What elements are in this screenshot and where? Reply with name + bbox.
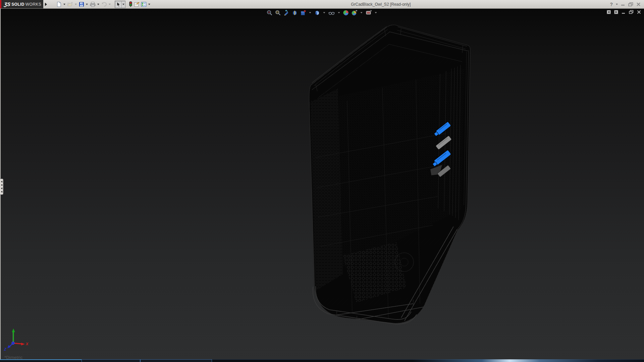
options-checklist-button[interactable] <box>140 1 147 8</box>
orientation-triad: X Z <box>0 324 37 351</box>
edit-appearance-icon <box>343 10 349 16</box>
tower-model <box>309 25 470 324</box>
collapse-arrow-icon <box>1 181 2 183</box>
solidworks-logo: ƷS SOLIDWORKS <box>0 0 43 8</box>
zoom-to-fit-button[interactable] <box>266 9 273 16</box>
previous-view-icon <box>283 10 289 16</box>
undo-dropdown[interactable] <box>109 4 111 5</box>
stoplight-button[interactable] <box>128 1 133 8</box>
view-settings-icon <box>366 10 372 16</box>
minimize-button[interactable] <box>621 2 625 6</box>
dock-left-button[interactable] <box>607 10 611 14</box>
menu-flyout-arrow[interactable] <box>43 0 48 8</box>
zoom-to-area-icon <box>275 10 281 16</box>
select-cursor-icon <box>116 2 121 7</box>
print-icon <box>90 2 96 7</box>
front-lattice-pattern <box>310 88 343 291</box>
select-tool-button[interactable] <box>115 1 121 8</box>
apply-scene-button[interactable] <box>351 9 358 16</box>
main-toolbar <box>56 1 152 8</box>
zoom-to-fit-icon <box>267 10 273 16</box>
undo-icon <box>101 2 107 7</box>
window-controls: ? <box>610 2 644 7</box>
view-orientation-icon <box>300 10 306 16</box>
ds-logo-glyph: ƷS <box>4 1 11 7</box>
comment-note-button[interactable] <box>133 1 140 8</box>
stoplight-icon <box>129 1 132 7</box>
view-orientation-label: *Dimetric <box>4 355 23 359</box>
document-window-controls <box>607 10 641 14</box>
taskbar-button-edge[interactable] <box>82 359 140 362</box>
select-dropdown-arrow <box>122 4 124 5</box>
dock-right-button[interactable] <box>614 10 618 14</box>
print-button[interactable] <box>89 1 96 8</box>
app-titlebar: ƷS SOLIDWORKS <box>0 0 644 9</box>
section-view-button[interactable] <box>291 9 298 16</box>
cad-model-wireframe[interactable] <box>0 8 644 359</box>
collapse-arrow-icon <box>1 191 2 193</box>
panel-splitter-handle[interactable] <box>0 179 3 195</box>
options-checklist-icon <box>141 2 147 7</box>
triad-z-label: Z <box>4 347 7 351</box>
new-document-dropdown[interactable] <box>63 4 65 5</box>
view-orientation-dropdown[interactable] <box>309 12 311 13</box>
help-button[interactable]: ? <box>610 2 613 7</box>
brand-bold: SOLID <box>11 2 24 7</box>
apply-scene-icon <box>352 10 358 16</box>
comment-note-icon <box>134 2 140 7</box>
heads-up-toolbar <box>266 9 378 16</box>
graphics-area[interactable]: X Z *Dimetric <box>0 8 644 359</box>
select-tool-group <box>115 1 125 8</box>
save-dropdown[interactable] <box>86 4 88 5</box>
section-view-icon <box>292 10 298 16</box>
save-button[interactable] <box>78 1 85 8</box>
close-button[interactable] <box>636 2 641 6</box>
open-folder-icon <box>67 2 73 7</box>
new-document-button[interactable] <box>56 1 62 8</box>
hide-show-items-button[interactable] <box>328 9 335 16</box>
brand-light: WORKS <box>25 2 41 7</box>
taskbar-glow <box>413 359 644 362</box>
window-title: GrCadBlack_Owl_S2 [Read-only] <box>152 2 610 7</box>
collapse-arrow-icon <box>1 184 2 186</box>
minimize-document-button[interactable] <box>622 10 626 14</box>
display-style-icon <box>314 10 320 16</box>
hide-show-items-icon <box>328 10 335 16</box>
apply-scene-dropdown[interactable] <box>361 12 363 13</box>
open-document-dropdown[interactable] <box>75 4 77 5</box>
undo-button[interactable] <box>101 1 108 8</box>
new-document-icon <box>56 2 62 7</box>
select-tool-dropdown[interactable] <box>121 1 125 8</box>
flyout-arrow-icon <box>45 3 47 6</box>
view-settings-button[interactable] <box>365 9 372 16</box>
restore-button[interactable] <box>628 2 633 6</box>
collapse-arrow-icon <box>1 187 2 189</box>
open-document-button[interactable] <box>67 1 74 8</box>
print-dropdown[interactable] <box>97 4 99 5</box>
display-style-button[interactable] <box>314 9 321 16</box>
help-dropdown[interactable] <box>616 4 618 5</box>
previous-view-button[interactable] <box>283 9 290 16</box>
hide-show-dropdown[interactable] <box>338 12 340 13</box>
options-dropdown[interactable] <box>148 4 150 5</box>
restore-document-button[interactable] <box>629 10 634 14</box>
close-document-button[interactable] <box>637 10 641 14</box>
triad-x-label: X <box>25 342 29 346</box>
save-icon <box>79 2 84 7</box>
display-style-dropdown[interactable] <box>323 12 325 13</box>
taskbar-button-edge[interactable] <box>140 359 212 362</box>
view-settings-dropdown[interactable] <box>375 12 377 13</box>
edit-appearance-button[interactable] <box>343 9 350 16</box>
view-orientation-button[interactable] <box>300 9 307 16</box>
taskbar-edge <box>0 359 644 362</box>
taskbar-segment[interactable] <box>0 359 82 362</box>
solidworks-window: ƷS SOLIDWORKS <box>0 0 644 362</box>
zoom-to-area-button[interactable] <box>275 9 281 16</box>
